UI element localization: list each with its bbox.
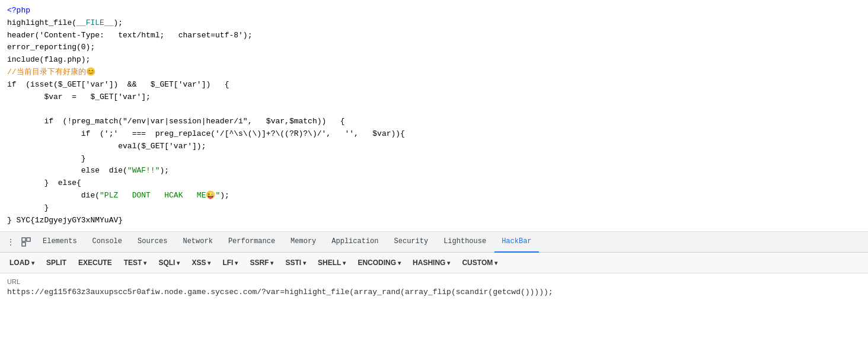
devtools-tab-security[interactable]: Security — [387, 232, 436, 253]
code-line: eval($_GET['var']); — [7, 141, 861, 153]
devtools-tab-memory[interactable]: Memory — [283, 232, 323, 253]
code-line: error_reporting(0); — [7, 42, 861, 54]
code-line — [7, 103, 861, 116]
dropdown-arrow-icon: ▾ — [303, 260, 306, 266]
dropdown-arrow-icon: ▾ — [494, 260, 497, 266]
dropdown-arrow-icon: ▾ — [447, 260, 450, 266]
devtools-inspect-icon[interactable] — [20, 236, 32, 248]
svg-rect-2 — [27, 238, 30, 241]
code-line: } else{ — [7, 177, 861, 190]
code-line: else die("WAF!!"); — [7, 165, 861, 177]
hackbar-toolbar: LOAD▾SPLITEXECUTETEST▾SQLI▾XSS▾LFI▾SSRF▾… — [0, 253, 868, 273]
url-area: URL https://eg115f63z3auxupscc5r0afiw.no… — [0, 273, 868, 301]
hackbar-btn-ssrf[interactable]: SSRF▾ — [245, 256, 278, 269]
hackbar-btn-custom[interactable]: CUSTOM▾ — [457, 256, 502, 269]
code-line: if (';' === preg_replace('/[^\s\(\)]+?\(… — [7, 128, 861, 141]
code-line: if (!preg_match("/env|var|session|header… — [7, 116, 861, 128]
code-line: include(flag.php); — [7, 54, 861, 66]
hackbar-btn-sqli[interactable]: SQLI▾ — [154, 256, 184, 269]
dropdown-arrow-icon: ▾ — [177, 260, 180, 266]
dropdown-arrow-icon: ▾ — [270, 260, 273, 266]
devtools-tab-network[interactable]: Network — [175, 232, 219, 253]
hackbar-btn-xss[interactable]: XSS▾ — [187, 256, 215, 269]
url-label: URL — [7, 278, 861, 285]
hackbar-btn-lfi[interactable]: LFI▾ — [218, 256, 242, 269]
devtools-tab-console[interactable]: Console — [85, 232, 129, 253]
svg-rect-1 — [22, 243, 25, 246]
code-line: if (isset($_GET['var']) && $_GET['var'])… — [7, 79, 861, 91]
devtools-tab-hackbar[interactable]: HackBar — [494, 232, 538, 253]
hackbar-btn-execute[interactable]: EXECUTE — [74, 256, 117, 269]
code-line: die("PLZ DONT HCAK ME😜"); — [7, 190, 861, 202]
hackbar-btn-ssti[interactable]: SSTI▾ — [280, 256, 311, 269]
devtools-tab-bar: ⋮ ElementsConsoleSourcesNetworkPerforman… — [0, 232, 868, 253]
code-line: <?php — [7, 5, 861, 17]
hackbar-btn-test[interactable]: TEST▾ — [119, 256, 152, 269]
devtools-menu-icon[interactable]: ⋮ — [5, 236, 17, 248]
dropdown-arrow-icon: ▾ — [343, 260, 346, 266]
dropdown-arrow-icon: ▾ — [31, 260, 34, 266]
devtools-tab-lighthouse[interactable]: Lighthouse — [436, 232, 493, 253]
dropdown-arrow-icon: ▾ — [235, 260, 238, 266]
devtools-tab-sources[interactable]: Sources — [130, 232, 174, 253]
code-line: } — [7, 202, 861, 215]
hackbar-btn-load[interactable]: LOAD▾ — [5, 256, 39, 269]
devtools-tab-elements[interactable]: Elements — [36, 232, 84, 253]
url-value[interactable]: https://eg115f63z3auxupscc5r0afiw.node.g… — [7, 288, 861, 296]
hackbar-btn-split[interactable]: SPLIT — [42, 256, 71, 269]
code-line: $var = $_GET['var']; — [7, 91, 861, 104]
dropdown-arrow-icon: ▾ — [208, 260, 210, 266]
dropdown-arrow-icon: ▾ — [143, 260, 146, 266]
code-line: header('Content-Type: text/html; charset… — [7, 30, 861, 42]
code-line: } — [7, 153, 861, 165]
devtools-tab-performance[interactable]: Performance — [221, 232, 282, 253]
code-line: //当前目录下有好康的😊 — [7, 66, 861, 79]
svg-rect-0 — [22, 238, 25, 241]
devtools-tab-application[interactable]: Application — [324, 232, 385, 253]
code-display: <?phphighlight_file(__FILE__);header('Co… — [0, 0, 868, 232]
code-line: highlight_file(__FILE__); — [7, 17, 861, 30]
hackbar-btn-hashing[interactable]: HASHING▾ — [408, 256, 455, 269]
hackbar-btn-encoding[interactable]: ENCODING▾ — [353, 256, 406, 269]
dropdown-arrow-icon: ▾ — [398, 260, 401, 266]
code-line: } SYC{1zDgyejyGY3xNMYuAV} — [7, 215, 861, 227]
hackbar-btn-shell[interactable]: SHELL▾ — [313, 256, 350, 269]
